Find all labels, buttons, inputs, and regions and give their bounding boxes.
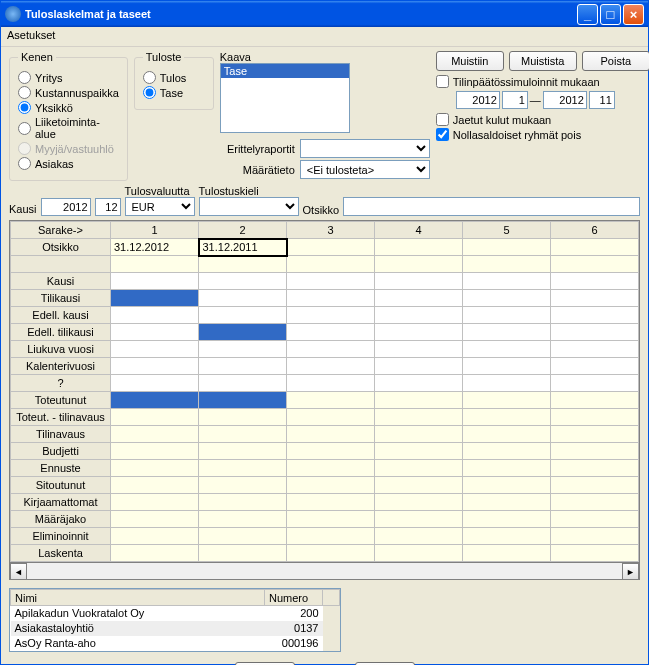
grid-cell[interactable] <box>463 494 551 511</box>
grid-cell[interactable] <box>375 443 463 460</box>
grid-cell[interactable] <box>375 409 463 426</box>
muistista-button[interactable]: Muistista <box>509 51 577 71</box>
grid-cell[interactable] <box>375 341 463 358</box>
grid-cell[interactable] <box>199 392 287 409</box>
grid-cell[interactable] <box>111 477 199 494</box>
jaetut-checkbox[interactable] <box>436 113 449 126</box>
grid-cell[interactable] <box>551 460 639 477</box>
menu-asetukset[interactable]: Asetukset <box>7 29 55 41</box>
grid-cell[interactable] <box>111 341 199 358</box>
sim-checkbox[interactable] <box>436 75 449 88</box>
radio-kustannuspaikka[interactable] <box>18 86 31 99</box>
grid-cell[interactable] <box>287 494 375 511</box>
grid-cell[interactable] <box>199 375 287 392</box>
scroll-right-icon[interactable]: ► <box>622 563 639 580</box>
grid-cell[interactable] <box>199 290 287 307</box>
grid-cell[interactable] <box>551 324 639 341</box>
sim-year1[interactable] <box>456 91 500 109</box>
grid-cell[interactable] <box>199 545 287 562</box>
maaratieto-select[interactable]: <Ei tulosteta> <box>300 160 430 179</box>
grid-cell[interactable] <box>463 460 551 477</box>
col-header[interactable]: 1 <box>111 222 199 239</box>
grid-cell[interactable] <box>463 409 551 426</box>
hscroll-track[interactable] <box>27 563 622 579</box>
grid-cell[interactable] <box>111 494 199 511</box>
grid-cell[interactable] <box>287 477 375 494</box>
radio-asiakas[interactable] <box>18 157 31 170</box>
kausi-year[interactable] <box>41 198 91 216</box>
grid-cell[interactable] <box>199 341 287 358</box>
grid-cell[interactable] <box>111 426 199 443</box>
grid-cell[interactable] <box>287 460 375 477</box>
grid-cell[interactable] <box>111 375 199 392</box>
maximize-button[interactable]: □ <box>600 4 621 25</box>
grid-cell[interactable] <box>199 358 287 375</box>
nolla-checkbox[interactable] <box>436 128 449 141</box>
grid-cell[interactable] <box>287 324 375 341</box>
grid-cell[interactable] <box>551 375 639 392</box>
grid-cell[interactable] <box>375 239 463 256</box>
grid-cell[interactable] <box>199 256 287 273</box>
grid-cell[interactable] <box>287 239 375 256</box>
col-header[interactable]: 5 <box>463 222 551 239</box>
grid-cell[interactable] <box>287 426 375 443</box>
grid-cell[interactable] <box>463 239 551 256</box>
grid-cell[interactable] <box>287 528 375 545</box>
kaava-item-tase[interactable]: Tase <box>221 64 349 78</box>
grid-cell[interactable] <box>551 443 639 460</box>
grid-cell[interactable] <box>463 375 551 392</box>
grid-cell[interactable] <box>551 409 639 426</box>
grid-cell[interactable] <box>463 341 551 358</box>
aloita-button[interactable]: Aloita <box>235 662 295 666</box>
grid-cell[interactable] <box>375 307 463 324</box>
grid[interactable]: Sarake->123456Otsikko31.12.201231.12.201… <box>9 220 640 580</box>
grid-cell[interactable] <box>199 443 287 460</box>
grid-cell[interactable] <box>463 511 551 528</box>
grid-cell[interactable] <box>463 426 551 443</box>
grid-cell[interactable] <box>287 443 375 460</box>
erittely-select[interactable] <box>300 139 430 158</box>
grid-cell[interactable] <box>551 341 639 358</box>
grid-cell[interactable] <box>375 528 463 545</box>
grid-cell[interactable]: 31.12.2011 <box>199 239 287 256</box>
grid-cell[interactable] <box>375 358 463 375</box>
grid-cell[interactable] <box>375 477 463 494</box>
grid-cell[interactable] <box>111 307 199 324</box>
col-header[interactable]: 6 <box>551 222 639 239</box>
grid-cell[interactable] <box>111 443 199 460</box>
grid-cell[interactable] <box>199 494 287 511</box>
grid-cell[interactable] <box>287 273 375 290</box>
grid-cell[interactable] <box>375 256 463 273</box>
grid-cell[interactable] <box>375 460 463 477</box>
sim-year2[interactable] <box>543 91 587 109</box>
grid-cell[interactable] <box>111 528 199 545</box>
grid-cell[interactable] <box>111 511 199 528</box>
grid-cell[interactable] <box>375 273 463 290</box>
otsikko-input[interactable] <box>343 197 640 216</box>
tulosvaluutta-select[interactable]: EUR <box>125 197 195 216</box>
grid-cell[interactable] <box>463 477 551 494</box>
list-header-numero[interactable]: Numero <box>265 590 323 606</box>
grid-cell[interactable] <box>551 290 639 307</box>
grid-cell[interactable] <box>199 324 287 341</box>
grid-cell[interactable] <box>463 358 551 375</box>
col-header[interactable]: 2 <box>199 222 287 239</box>
muistiin-button[interactable]: Muistiin <box>436 51 504 71</box>
radio-tulos[interactable] <box>143 71 156 84</box>
kaava-listbox[interactable]: Tase <box>220 63 350 133</box>
grid-cell[interactable] <box>375 290 463 307</box>
grid-cell[interactable] <box>287 256 375 273</box>
list-scroll-up-icon[interactable] <box>323 590 340 606</box>
grid-cell[interactable] <box>375 545 463 562</box>
tulostuskieli-select[interactable] <box>199 197 299 216</box>
sim-month1[interactable] <box>502 91 528 109</box>
grid-cell[interactable] <box>463 324 551 341</box>
grid-cell[interactable] <box>551 545 639 562</box>
lopeta-button[interactable]: Lopeta <box>355 662 415 666</box>
grid-cell[interactable] <box>463 290 551 307</box>
grid-cell[interactable] <box>111 392 199 409</box>
radio-yksikko[interactable] <box>18 101 31 114</box>
grid-cell[interactable] <box>111 545 199 562</box>
kausi-month[interactable] <box>95 198 121 216</box>
grid-cell[interactable] <box>287 307 375 324</box>
